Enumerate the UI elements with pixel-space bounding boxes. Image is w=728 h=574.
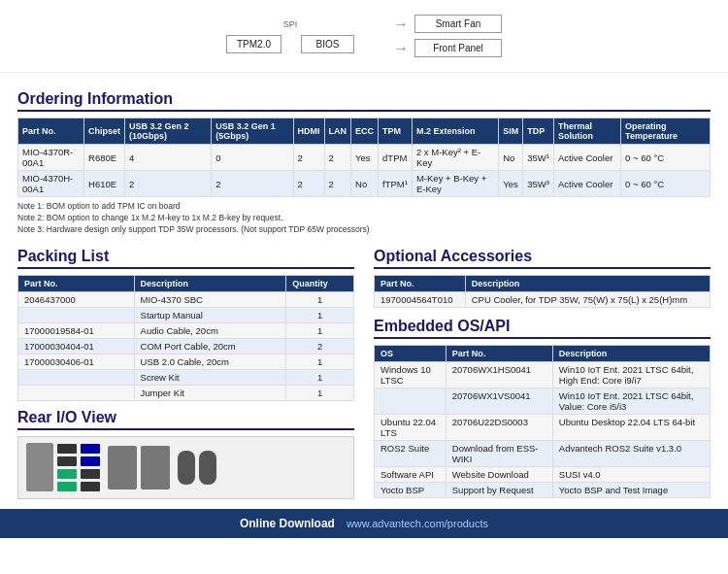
ordering-col-thermal: Thermal Solution <box>553 118 620 145</box>
io-lan-1 <box>108 446 137 490</box>
embedded-cell: Software API <box>375 466 447 482</box>
ordering-cell: 0 ~ 60 °C <box>621 145 711 171</box>
packing-cell: 1 <box>286 354 354 369</box>
io-audio-2 <box>199 451 216 485</box>
ordering-col-tdp: TDP <box>523 118 554 145</box>
ordering-col-part-no: Part No. <box>18 118 84 145</box>
embedded-cell: Yocto BSP and Test Image <box>552 482 710 497</box>
embedded-cell: Windows 10 LTSC <box>375 361 447 388</box>
packing-cell: USB 2.0 Cable, 20cm <box>134 354 286 369</box>
emb-col-part: Part No. <box>446 345 552 361</box>
ordering-cell: MIO-4370R-00A1 <box>18 145 84 171</box>
embedded-cell: 20706WX1VS0041 <box>446 388 552 414</box>
io-lan-2 <box>141 446 170 490</box>
front-panel-box: Front Panel <box>414 39 502 57</box>
embedded-cell: 20706WX1HS0041 <box>446 361 552 388</box>
smart-fan-box: Smart Fan <box>414 15 502 33</box>
embedded-row: Ubuntu 22.04 LTS20706U22DS0003Ubuntu Des… <box>375 414 711 440</box>
ordering-cell: Active Cooler <box>553 171 620 197</box>
packing-row: 17000030404-01COM Port Cable, 20cm2 <box>18 338 354 354</box>
ordering-note: Note 3: Hardware design only support TDP… <box>17 224 711 236</box>
main-content: Ordering Information Part No. Chipset US… <box>0 73 728 499</box>
packing-cell: Screw Kit <box>134 369 286 385</box>
ordering-cell: 0 <box>212 145 293 171</box>
packing-cell: 17000019584-01 <box>18 322 135 338</box>
ordering-cell: 2 <box>125 171 212 197</box>
bios-box: BIOS <box>301 35 354 53</box>
ordering-cell: Yes <box>499 171 523 197</box>
embedded-cell <box>375 388 447 414</box>
packing-row: Screw Kit1 <box>18 369 354 385</box>
packing-cell: Audio Cable, 20cm <box>134 322 286 338</box>
packing-cell: MIO-4370 SBC <box>134 291 286 307</box>
packing-cell <box>18 369 135 385</box>
acc-col-part: Part No. <box>375 275 466 291</box>
col-left: Packing List Part No. Description Quanti… <box>17 240 354 499</box>
packing-cell: 1 <box>286 307 354 322</box>
ordering-col-lan: LAN <box>324 118 351 145</box>
packing-row: 17000030406-01USB 2.0 Cable, 20cm1 <box>18 354 354 369</box>
ordering-cell: No <box>499 145 523 171</box>
ordering-cell: 2 <box>324 145 351 171</box>
diagram-boxes: TPM2.0 BIOS <box>226 35 354 53</box>
accessories-table: Part No. Description 1970004564T010CPU C… <box>374 275 711 308</box>
embedded-table: OS Part No. Description Windows 10 LTSC2… <box>374 345 711 498</box>
embedded-row: Windows 10 LTSC20706WX1HS0041Win10 IoT E… <box>375 361 711 388</box>
embedded-row: Software APIWebsite DownloadSUSI v4.0 <box>375 466 711 482</box>
diagram-left: SPI TPM2.0 BIOS <box>226 19 354 53</box>
packing-cell: 17000030404-01 <box>18 338 135 354</box>
io-usb-6 <box>81 456 100 466</box>
packing-col-qty: Quantity <box>286 275 354 291</box>
footer-label: Online Download <box>240 517 335 530</box>
io-usb-8 <box>81 482 100 491</box>
packing-cell: 1 <box>286 369 354 385</box>
io-usb-1 <box>57 444 77 454</box>
ordering-cell: 4 <box>125 145 212 171</box>
packing-table: Part No. Description Quantity 2046437000… <box>17 275 354 401</box>
ordering-note: Note 2: BOM option to change 1x M.2 M-ke… <box>17 213 711 224</box>
io-usb-5 <box>81 444 100 454</box>
ordering-cell: Active Cooler <box>553 145 620 171</box>
tpm-box: TPM2.0 <box>226 35 281 53</box>
embedded-row: ROS2 SuiteDownload from ESS-WIKIAdvantec… <box>375 440 711 466</box>
packing-cell: 1 <box>286 322 354 338</box>
io-usb-2 <box>57 456 77 466</box>
io-usb-3 <box>57 469 77 479</box>
ordering-col-sim: SIM <box>499 118 523 145</box>
packing-row: Startup Manual1 <box>18 307 354 322</box>
accessories-cell: 1970004564T010 <box>375 291 466 307</box>
accessories-cell: CPU Cooler, for TDP 35W, 75(W) x 75(L) x… <box>465 291 710 307</box>
ordering-col-temp: Operating Temperature <box>621 118 711 145</box>
ordering-row: MIO-4370R-00A1R680E4022YesdTPM2 x M-Key²… <box>18 145 711 171</box>
embedded-cell: 20706U22DS0003 <box>446 414 552 440</box>
rear-io-image <box>17 436 354 499</box>
right-arrow-1: → <box>393 16 409 33</box>
io-port-vga <box>26 443 53 491</box>
footer: Online Download www.advantech.com/produc… <box>0 509 728 538</box>
ordering-cell: 2 <box>324 171 351 197</box>
emb-col-desc: Description <box>552 345 710 361</box>
ordering-col-m2: M.2 Extension <box>412 118 498 145</box>
io-audio <box>178 451 195 485</box>
packing-cell: 17000030406-01 <box>18 354 135 369</box>
ordering-cell: Yes <box>351 145 379 171</box>
io-usb-7 <box>81 469 100 479</box>
packing-row: Jumper Kit1 <box>18 385 354 400</box>
packing-cell: 1 <box>286 291 354 307</box>
two-col-section: Packing List Part No. Description Quanti… <box>17 240 711 499</box>
ordering-col-ecc: ECC <box>351 118 379 145</box>
ordering-cell: 2 <box>293 145 324 171</box>
ordering-cell: 2 <box>293 171 324 197</box>
ordering-cell: H610E <box>84 171 125 197</box>
ordering-cell: No <box>351 171 379 197</box>
accessories-section-title: Optional Accessories <box>374 248 711 269</box>
embedded-cell: Support by Request <box>446 482 552 497</box>
io-usb-group <box>57 444 77 491</box>
ordering-cell: R680E <box>84 145 125 171</box>
footer-url: www.advantech.com/products <box>347 518 488 529</box>
embedded-section-title: Embedded OS/API <box>374 318 711 339</box>
ordering-section-title: Ordering Information <box>17 90 711 112</box>
col-right: Optional Accessories Part No. Descriptio… <box>374 240 711 499</box>
ordering-cell: 0 ~ 60 °C <box>621 171 711 197</box>
packing-cell: Startup Manual <box>134 307 286 322</box>
